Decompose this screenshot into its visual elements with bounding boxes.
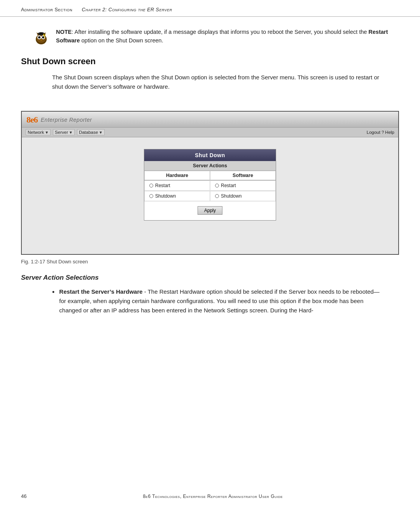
bullet-1-text: Restart the Server’s Hardware - The Rest…	[59, 287, 383, 315]
hardware-restart-cell: Restart	[144, 181, 210, 191]
fig-caption: Fig. 1:2-17 Shut Down screen	[21, 259, 399, 265]
software-restart-radio[interactable]	[215, 184, 219, 188]
nav-server-label: Server	[55, 130, 68, 135]
note-bold: NOTE	[56, 29, 72, 35]
note-body: : After installing the software update, …	[72, 29, 368, 35]
logo-text: 8e6	[26, 115, 38, 124]
server-action-heading: Server Action Selections	[21, 274, 399, 282]
shutdown-panel-header: Shut Down	[144, 149, 276, 161]
nav-network-arrow: ▼	[45, 130, 49, 135]
note-tail: option on the Shut Down screen.	[80, 37, 163, 44]
nav-help-label[interactable]: Help	[385, 130, 394, 135]
apply-button[interactable]: Apply	[198, 206, 222, 215]
header-admin-label: Administrator Section	[21, 7, 72, 12]
hardware-shutdown-radio[interactable]	[149, 194, 153, 198]
bullet-list: • Restart the Server’s Hardware - The Re…	[52, 287, 383, 315]
server-actions-section: Server Actions Hardware Software Restart	[144, 161, 276, 220]
nav-network-label: Network	[28, 130, 44, 135]
shutdown-body-para: The Shut Down screen displays when the S…	[52, 73, 383, 91]
bullet-1-bold: Restart the Server’s Hardware	[59, 288, 142, 295]
app-header-bar: 8e6 Enterprise Reporter	[22, 112, 398, 128]
nav-database-label: Database	[79, 130, 98, 135]
nav-logout-area: Logout ? Help	[367, 130, 394, 135]
shutdown-section-heading: Shut Down screen	[21, 56, 399, 67]
app-logo: 8e6	[26, 115, 38, 125]
nav-network[interactable]: Network ▼	[26, 129, 51, 135]
app-title-text: Enterprise Reporter	[41, 117, 92, 123]
software-shutdown-radio[interactable]	[215, 194, 219, 198]
nav-database-arrow: ▼	[99, 130, 103, 135]
bullet-item-1: • Restart the Server’s Hardware - The Re…	[52, 287, 383, 315]
app-nav-bar: Network ▼ Server ▼ Database ▼ Logout ? H…	[22, 128, 398, 137]
hardware-shutdown-cell: Shutdown	[144, 191, 210, 201]
shutdown-panel: Shut Down Server Actions Hardware Softwa…	[144, 149, 276, 221]
svg-point-6	[39, 37, 40, 38]
col-software-header: Software	[210, 171, 276, 180]
nav-server[interactable]: Server ▼	[53, 129, 75, 135]
note-box: NOTE: After installing the software upda…	[33, 28, 399, 46]
page-content: NOTE: After installing the software upda…	[0, 17, 420, 111]
action-row-shutdown: Shutdown Shutdown	[144, 191, 276, 202]
svg-rect-10	[40, 32, 43, 34]
server-actions-title: Server Actions	[144, 161, 276, 171]
page-header: Administrator Section Chapter 2: Configu…	[0, 0, 420, 17]
footer-center-text: 8e6 Technologies, Enterprise Reporter Ad…	[26, 494, 399, 499]
svg-point-7	[43, 37, 44, 38]
server-action-section: Server Action Selections • Restart the S…	[0, 274, 420, 330]
nav-logout-label[interactable]: Logout	[367, 130, 380, 135]
software-shutdown-label: Shutdown	[221, 193, 242, 199]
software-shutdown-cell: Shutdown	[210, 191, 276, 201]
bullet-dot-1: •	[52, 289, 54, 315]
hardware-restart-radio[interactable]	[149, 184, 153, 188]
col-hardware-header: Hardware	[144, 171, 210, 180]
apply-row: Apply	[144, 202, 276, 220]
action-rows: Restart Restart Shutdown	[144, 181, 276, 202]
hardware-shutdown-label: Shutdown	[155, 193, 176, 199]
software-restart-label: Restart	[221, 183, 236, 188]
nav-server-arrow: ▼	[69, 130, 73, 135]
note-text: NOTE: After installing the software upda…	[56, 28, 399, 45]
app-content-area: Shut Down Server Actions Hardware Softwa…	[22, 137, 398, 254]
action-row-restart: Restart Restart	[144, 181, 276, 191]
footer-page-num: 46	[21, 493, 26, 499]
nav-help-separator: ?	[382, 130, 385, 135]
software-restart-cell: Restart	[210, 181, 276, 191]
app-screenshot: 8e6 Enterprise Reporter Network ▼ Server…	[21, 111, 399, 255]
header-chapter-label: Chapter 2: Configuring the ER Server	[82, 7, 172, 12]
server-actions-headers: Hardware Software	[144, 171, 276, 181]
hardware-restart-label: Restart	[155, 183, 170, 188]
page-footer: 46 8e6 Technologies, Enterprise Reporter…	[0, 493, 420, 499]
note-icon	[33, 28, 50, 46]
nav-database[interactable]: Database ▼	[77, 129, 105, 135]
